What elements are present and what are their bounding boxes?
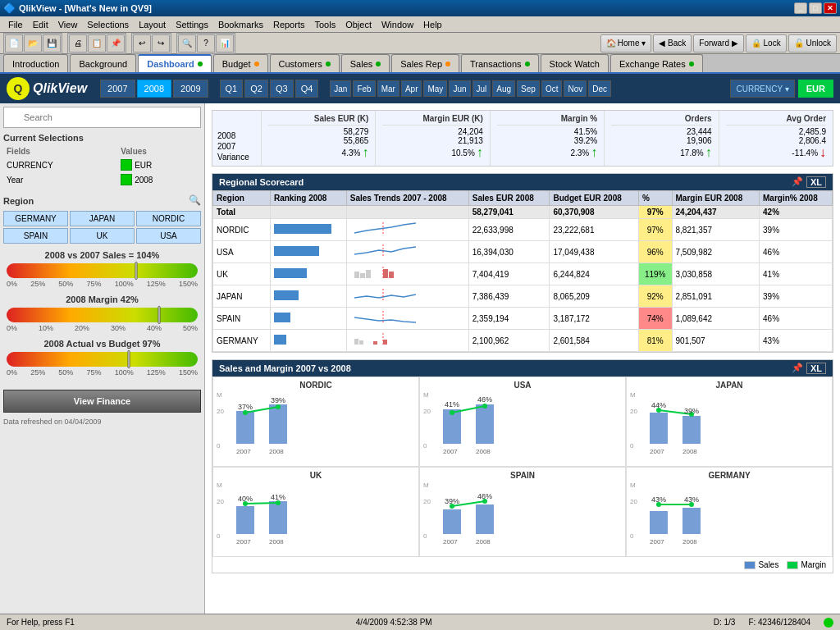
spain-ranking: [270, 308, 346, 330]
region-uk[interactable]: UK: [70, 228, 135, 244]
may-button[interactable]: May: [423, 80, 447, 97]
gauge-margin-needle: [158, 306, 161, 324]
menu-help[interactable]: Help: [418, 18, 447, 31]
tab-bar: Introduction Background Dashboard Budget…: [0, 54, 840, 74]
uk-budget: 6,244,824: [550, 263, 638, 285]
apr-button[interactable]: Apr: [401, 80, 422, 97]
region-spain[interactable]: SPAIN: [3, 228, 68, 244]
tab-transactions[interactable]: Transactions: [461, 54, 539, 72]
region-search-icon[interactable]: 🔍: [189, 194, 201, 206]
q3-button[interactable]: Q3: [270, 80, 294, 98]
menu-object[interactable]: Object: [340, 18, 377, 31]
menu-selections[interactable]: Selections: [82, 18, 134, 31]
tab-customers[interactable]: Customers: [270, 54, 340, 72]
feb-button[interactable]: Feb: [353, 80, 375, 97]
save-button[interactable]: 💾: [43, 34, 61, 52]
unlock-button[interactable]: 🔓 Unlock: [788, 34, 837, 52]
aug-button[interactable]: Aug: [492, 80, 515, 97]
menu-window[interactable]: Window: [377, 18, 418, 31]
kpi-label-variance: Variance: [217, 152, 256, 162]
usa-ranking: [270, 241, 346, 263]
spain-region: SPAIN: [213, 308, 271, 330]
charts-pin-icon[interactable]: 📌: [792, 363, 803, 374]
menu-bookmarks[interactable]: Bookmarks: [213, 18, 268, 31]
back-button[interactable]: ◀ Back: [653, 34, 692, 52]
svg-text:2007: 2007: [236, 448, 251, 455]
search-tool-button[interactable]: 🔍: [178, 34, 196, 52]
menu-layout[interactable]: Layout: [134, 18, 171, 31]
tab-dashboard[interactable]: Dashboard: [138, 54, 211, 72]
new-button[interactable]: 📄: [5, 34, 23, 52]
jun-button[interactable]: Jun: [449, 80, 470, 97]
tab-introduction[interactable]: Introduction: [3, 54, 68, 72]
gauge-sales-title: 2008 vs 2007 Sales = 104%: [3, 250, 201, 260]
nov-button[interactable]: Nov: [564, 80, 587, 97]
nordic-region: NORDIC: [213, 219, 271, 241]
status-indicator: [824, 618, 833, 628]
charts-xl-button[interactable]: XL: [806, 363, 826, 374]
maximize-button[interactable]: □: [809, 2, 822, 14]
tab-background[interactable]: Background: [70, 54, 136, 72]
view-finance-button[interactable]: View Finance: [3, 390, 201, 413]
mar-button[interactable]: Mar: [377, 80, 399, 97]
menu-tools[interactable]: Tools: [309, 18, 340, 31]
paste-button[interactable]: 📌: [107, 34, 125, 52]
qv-logo-text: QlikView: [33, 81, 87, 96]
year-2009-button[interactable]: 2009: [173, 80, 208, 98]
lock-button[interactable]: 🔒 Lock: [746, 34, 787, 52]
help-button[interactable]: ?: [197, 34, 215, 52]
chart-uk: UK M 20 0 40% 41% 2007: [212, 467, 419, 557]
sep-button[interactable]: Sep: [517, 80, 540, 97]
forward-button[interactable]: Forward ▶: [693, 34, 743, 52]
region-nordic[interactable]: NORDIC: [136, 211, 201, 226]
jan-button[interactable]: Jan: [330, 80, 351, 97]
region-japan[interactable]: JAPAN: [70, 211, 135, 226]
search-input[interactable]: [3, 107, 201, 128]
scorecard-xl-button[interactable]: XL: [806, 176, 826, 188]
usa-trend-svg: [350, 243, 416, 259]
open-button[interactable]: 📂: [24, 34, 42, 52]
menu-settings[interactable]: Settings: [171, 18, 213, 31]
usa-trends: [346, 241, 468, 263]
year-2007-button[interactable]: 2007: [100, 80, 135, 98]
uk-ranking: [270, 263, 346, 285]
minimize-button[interactable]: _: [794, 2, 807, 14]
dec-button[interactable]: Dec: [588, 80, 611, 97]
jul-button[interactable]: Jul: [472, 80, 491, 97]
menu-file[interactable]: File: [3, 18, 28, 31]
region-usa[interactable]: USA: [136, 228, 201, 244]
home-button[interactable]: 🏠 Home ▾: [600, 34, 651, 52]
avgorder-arrow-down: ↓: [819, 145, 826, 160]
menu-reports[interactable]: Reports: [268, 18, 310, 31]
svg-rect-13: [383, 340, 387, 345]
tab-salesrep[interactable]: Sales Rep: [391, 54, 459, 72]
oct-button[interactable]: Oct: [541, 80, 563, 97]
year-2008-button[interactable]: 2008: [137, 80, 171, 98]
print-button[interactable]: 🖨: [69, 34, 87, 52]
undo-button[interactable]: ↩: [133, 34, 151, 52]
kpi-sales-2008: 58,279: [268, 127, 368, 136]
close-button[interactable]: ✕: [824, 2, 837, 14]
gauge-margin-title: 2008 Margin 42%: [3, 294, 201, 304]
menu-view[interactable]: View: [53, 18, 83, 31]
germany-margin-pct: 43%: [760, 330, 833, 352]
menu-edit[interactable]: Edit: [28, 18, 53, 31]
redo-button[interactable]: ↪: [152, 34, 170, 52]
qv-header: Q QlikView 2007 2008 2009 Q1 Q2 Q3 Q4 Ja…: [0, 74, 840, 103]
region-germany[interactable]: GERMANY: [3, 211, 68, 226]
chart-button[interactable]: 📊: [216, 34, 234, 52]
copy-button[interactable]: 📋: [88, 34, 106, 52]
currency-selector[interactable]: CURRENCY ▾: [730, 80, 794, 98]
tab-sales[interactable]: Sales: [341, 54, 390, 72]
scorecard-pin-icon[interactable]: 📌: [792, 176, 803, 188]
scorecard-table: Region Ranking 2008 Sales Trends 2007 - …: [212, 190, 833, 352]
tab-budget[interactable]: Budget: [213, 54, 268, 72]
q2-button[interactable]: Q2: [244, 80, 268, 98]
tab-exchangerates[interactable]: Exchange Rates: [610, 54, 703, 72]
tab-stockwatch[interactable]: Stock Watch: [541, 54, 609, 72]
q4-button[interactable]: Q4: [295, 80, 319, 98]
svg-text:46%: 46%: [477, 395, 492, 404]
svg-text:43%: 43%: [684, 495, 699, 504]
q1-button[interactable]: Q1: [220, 80, 244, 98]
kpi-margin-header: Margin EUR (K): [382, 114, 482, 126]
